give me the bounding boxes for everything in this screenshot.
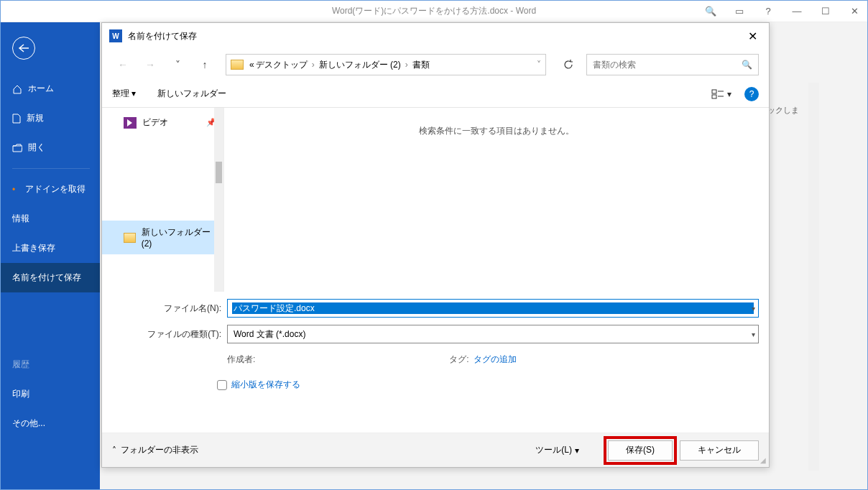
nav-new-label: 新規 <box>27 112 44 124</box>
svg-rect-0 <box>712 90 716 93</box>
backstage-sidebar: ホーム 新規 開く アドインを取得 情報 上書き保存 名前を付けて保存 履歴 印… <box>1 22 101 490</box>
chevron-down-icon: ▾ <box>727 89 731 99</box>
tools-menu[interactable]: ツール(L) ▾ <box>535 444 579 456</box>
content-scrollbar[interactable] <box>808 83 819 471</box>
save-thumbnail-label[interactable]: 縮小版を保存する <box>231 379 300 391</box>
folder-tree: ビデオ 📌 新しいフォルダー (2) <box>102 108 224 292</box>
dialog-titlebar: W 名前を付けて保存 ✕ <box>102 23 769 49</box>
save-thumbnail-checkbox[interactable] <box>217 380 227 390</box>
file-list-area: 検索条件に一致する項目はありません。 <box>224 108 769 292</box>
breadcrumb-folder2[interactable]: 新しいフォルダー (2) <box>319 59 401 71</box>
svg-rect-1 <box>712 95 716 98</box>
cancel-button[interactable]: キャンセル <box>680 440 759 461</box>
filetype-label: ファイルの種類(T): <box>112 328 227 341</box>
filename-input[interactable] <box>232 302 754 314</box>
chevron-down-icon[interactable]: ˅ <box>537 60 541 70</box>
empty-message: 検索条件に一致する項目はありません。 <box>224 108 769 137</box>
maximize-button[interactable]: ☐ <box>818 6 833 17</box>
save-as-dialog: W 名前を付けて保存 ✕ ← → ˅ ↑ « デスクトップ › 新しいフォルダー… <box>101 22 770 468</box>
view-options-button[interactable]: ▾ <box>711 89 731 99</box>
nav-save[interactable]: 上書き保存 <box>1 234 101 263</box>
ribbon-display-icon[interactable]: ▭ <box>732 6 747 17</box>
breadcrumb-desktop[interactable]: デスクトップ <box>256 59 308 71</box>
address-bar[interactable]: « デスクトップ › 新しいフォルダー (2) › 書類 ˅ <box>226 54 546 75</box>
filetype-input[interactable] <box>232 328 754 340</box>
folder-icon <box>231 60 244 70</box>
minimize-button[interactable]: — <box>790 6 804 17</box>
chevron-down-icon[interactable]: ▾ <box>752 305 755 313</box>
breadcrumb-docs[interactable]: 書類 <box>412 59 430 71</box>
chevron-right-icon[interactable]: › <box>309 60 318 70</box>
resize-grip[interactable]: ◢ <box>760 456 766 464</box>
close-window-button[interactable]: ✕ <box>847 6 862 17</box>
hide-folders-toggle[interactable]: ˄ フォルダーの非表示 <box>112 444 198 456</box>
tag-label: タグ: <box>449 354 468 364</box>
search-icon[interactable]: 🔍 <box>742 60 752 70</box>
help-button[interactable]: ? <box>744 87 759 101</box>
chevron-up-icon: ˄ <box>112 445 116 456</box>
back-button[interactable] <box>12 37 35 60</box>
dialog-title: 名前を付けて保存 <box>128 30 197 42</box>
dialog-toolbar: 整理 ▾ 新しいフォルダー ▾ ? <box>102 80 769 108</box>
folder-open-icon <box>12 144 22 152</box>
dialog-close-button[interactable]: ✕ <box>744 28 762 45</box>
refresh-button[interactable] <box>556 54 581 75</box>
search-input[interactable] <box>593 60 742 70</box>
nav-addins[interactable]: アドインを取得 <box>1 175 101 204</box>
save-button[interactable]: 保存(S) <box>608 440 673 461</box>
app-title: Word(ワード)にパスワードをかける方法.docx - Word <box>332 5 536 17</box>
add-tag-link[interactable]: タグの追加 <box>474 354 517 364</box>
home-icon <box>12 84 22 94</box>
nav-open[interactable]: 開く <box>1 133 101 162</box>
tree-item-video[interactable]: ビデオ 📌 <box>102 111 223 134</box>
nav-history[interactable]: 履歴 <box>1 350 101 379</box>
nav-recent-button[interactable]: ˅ <box>167 54 188 75</box>
organize-menu[interactable]: 整理 ▾ <box>112 88 136 100</box>
nav-save-as[interactable]: 名前を付けて保存 <box>1 263 101 292</box>
nav-new[interactable]: 新規 <box>1 103 101 133</box>
search-titlebar-icon[interactable]: 🔍 <box>703 6 718 17</box>
tree-item-folder2[interactable]: 新しいフォルダー (2) <box>102 221 223 254</box>
help-titlebar-icon[interactable]: ? <box>761 6 775 17</box>
nav-print[interactable]: 印刷 <box>1 379 101 409</box>
word-icon: W <box>109 29 122 42</box>
author-label: 作成者: <box>227 354 255 364</box>
video-icon <box>124 117 137 129</box>
app-titlebar: Word(ワード)にパスワードをかける方法.docx - Word 🔍 ▭ ? … <box>1 1 867 22</box>
nav-open-label: 開く <box>28 142 45 154</box>
chevron-down-icon[interactable]: ▾ <box>752 330 755 338</box>
chevron-down-icon: ▾ <box>575 445 579 456</box>
new-folder-button[interactable]: 新しいフォルダー <box>157 88 226 100</box>
nav-home[interactable]: ホーム <box>1 74 101 103</box>
nav-back-button[interactable]: ← <box>112 54 134 75</box>
filetype-combo[interactable]: ▾ <box>227 325 759 343</box>
dialog-footer: ˄ フォルダーの非表示 ツール(L) ▾ 保存(S) キャンセル ◢ <box>102 433 769 467</box>
document-icon <box>12 114 21 124</box>
nav-other[interactable]: その他... <box>1 409 101 438</box>
nav-home-label: ホーム <box>28 83 54 95</box>
nav-up-button[interactable]: ↑ <box>194 54 216 75</box>
tree-scrollbar[interactable] <box>214 108 223 292</box>
chevron-right-icon[interactable]: › <box>402 60 411 70</box>
tree-scrollbar-thumb[interactable] <box>216 162 222 183</box>
nav-info[interactable]: 情報 <box>1 204 101 234</box>
search-box[interactable]: 🔍 <box>586 54 759 75</box>
dialog-nav: ← → ˅ ↑ « デスクトップ › 新しいフォルダー (2) › 書類 ˅ 🔍 <box>102 49 769 80</box>
filename-combo[interactable]: ▾ <box>227 299 759 318</box>
filename-label: ファイル名(N): <box>112 302 227 315</box>
folder-icon <box>124 233 136 243</box>
nav-forward-button[interactable]: → <box>139 54 161 75</box>
